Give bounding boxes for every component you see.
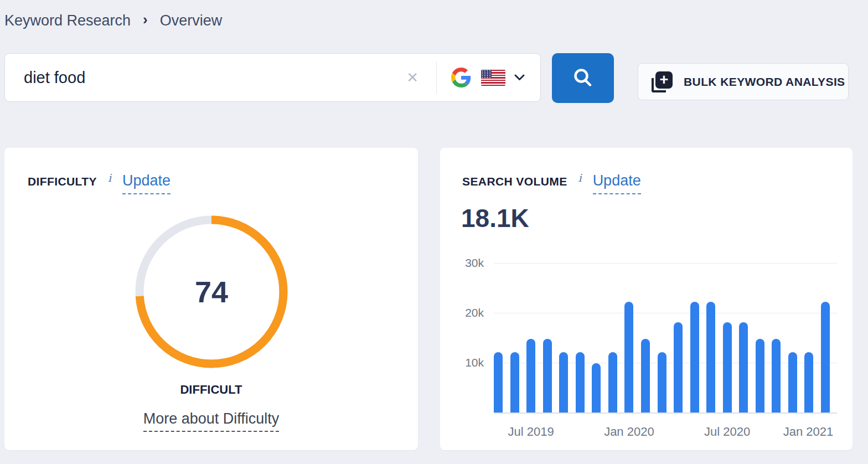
search-icon	[572, 67, 594, 89]
volume-bar	[543, 339, 552, 413]
difficulty-score: 74	[135, 215, 288, 368]
search-volume-card: SEARCH VOLUME i Update 18.1K 10k20k30kJu…	[440, 148, 852, 450]
input-divider	[436, 61, 437, 94]
clear-icon[interactable]: ✕	[406, 70, 418, 85]
bulk-keyword-analysis-button[interactable]: + BULK KEYWORD ANALYSIS	[638, 63, 849, 100]
volume-bar	[821, 302, 830, 413]
difficulty-update-link[interactable]: Update	[122, 172, 170, 194]
volume-bar	[788, 352, 797, 413]
keyword-search-box: ✕	[4, 53, 541, 102]
volume-bar	[641, 339, 650, 413]
chevron-down-icon	[514, 74, 525, 81]
x-axis-label-jan-2021: Jan 2021	[775, 425, 841, 439]
bulk-button-label: BULK KEYWORD ANALYSIS	[684, 75, 845, 89]
volume-bar	[723, 322, 732, 413]
volume-bar	[804, 352, 813, 413]
volume-bar	[756, 339, 764, 413]
volume-bar	[559, 352, 568, 413]
volume-bar	[624, 302, 633, 413]
breadcrumb-overview[interactable]: Overview	[160, 12, 223, 29]
difficulty-card-header: DIFFICULTY i Update	[28, 172, 170, 194]
volume-bar	[494, 352, 503, 413]
breadcrumb: Keyword Research › Overview	[4, 12, 222, 29]
difficulty-info-icon[interactable]: i	[108, 172, 111, 184]
volume-chart-plot: 10k20k30kJul 2019Jan 2020Jul 2020Jan 202…	[494, 263, 837, 413]
volume-bar	[526, 339, 535, 413]
keyword-search-input[interactable]	[24, 69, 406, 87]
difficulty-score-label: DIFFICULT	[4, 383, 418, 397]
difficulty-card-title: DIFFICULTY	[28, 175, 97, 188]
volume-bar	[510, 352, 519, 413]
volume-chart: 10k20k30kJul 2019Jan 2020Jul 2020Jan 202…	[440, 148, 852, 450]
x-axis-label-jul-2020: Jul 2020	[694, 425, 761, 439]
volume-bar	[608, 352, 617, 413]
search-button[interactable]	[552, 53, 614, 103]
breadcrumb-separator-icon: ›	[143, 11, 148, 28]
volume-bar	[658, 352, 666, 413]
gridline-30k	[494, 263, 837, 264]
gridline-20k	[494, 313, 837, 313]
more-link-wrap: More about Difficulty	[4, 410, 418, 432]
x-axis-line	[494, 413, 837, 414]
y-axis-label-30k: 30k	[459, 256, 484, 270]
more-about-difficulty-link[interactable]: More about Difficulty	[143, 410, 280, 432]
x-axis-label-jan-2020: Jan 2020	[596, 425, 662, 439]
volume-bar	[739, 322, 748, 413]
search-engine-region-selector[interactable]	[451, 68, 525, 87]
y-axis-label-10k: 10k	[459, 356, 484, 369]
x-axis-label-jul-2019: Jul 2019	[498, 425, 564, 439]
volume-bar	[706, 302, 715, 413]
volume-bar	[772, 339, 781, 413]
google-icon	[451, 68, 471, 87]
y-axis-label-20k: 20k	[459, 306, 484, 319]
difficulty-gauge: 74	[135, 215, 288, 368]
keyword-overview-page: Keyword Research › Overview ✕	[0, 0, 868, 464]
volume-bar	[592, 363, 601, 413]
volume-bar	[674, 322, 683, 413]
volume-bar	[576, 352, 585, 413]
bulk-add-icon: +	[652, 71, 673, 92]
breadcrumb-keyword-research[interactable]: Keyword Research	[4, 12, 131, 29]
difficulty-card: DIFFICULTY i Update 74 DIFFICULT More ab…	[4, 148, 418, 450]
us-flag-icon	[481, 70, 505, 86]
volume-bar	[690, 302, 699, 413]
